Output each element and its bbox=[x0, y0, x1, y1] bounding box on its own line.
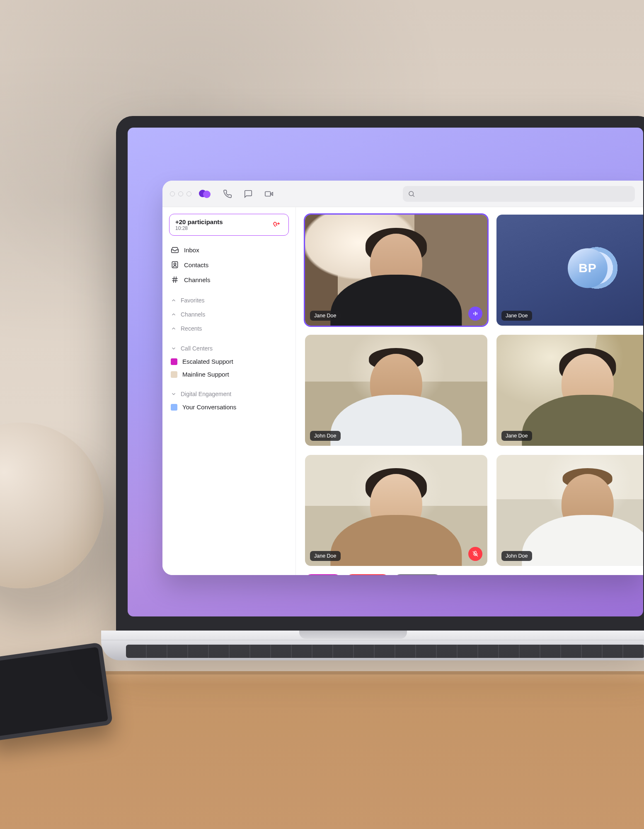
chevron-down-icon bbox=[171, 346, 177, 351]
video-tile[interactable]: John Doe bbox=[496, 455, 643, 566]
sidebar-item-label: Escalated Support bbox=[182, 358, 233, 365]
section-label: Call Centers bbox=[181, 345, 213, 352]
contacts-icon bbox=[171, 261, 179, 269]
svg-rect-10 bbox=[477, 312, 477, 314]
participant-name: Jane Doe bbox=[501, 311, 532, 321]
status-row: dialpad Recording Call Locked bbox=[305, 574, 643, 575]
phone-icon[interactable] bbox=[223, 189, 232, 198]
svg-rect-0 bbox=[265, 191, 271, 196]
video-tile[interactable]: John Doe bbox=[305, 335, 487, 446]
app-logo-icon bbox=[199, 190, 211, 198]
video-tile[interactable]: Jane Doe bbox=[496, 335, 643, 446]
section-digital-engagement[interactable]: Digital Engagement bbox=[169, 387, 289, 401]
video-grid: Jane Doe BP Jane Doe bbox=[305, 215, 643, 566]
inbox-icon bbox=[171, 246, 179, 254]
chevron-down-icon bbox=[171, 391, 177, 397]
sidebar-item-your-conversations[interactable]: Your Conversations bbox=[169, 401, 289, 413]
participant-name: Jane Doe bbox=[310, 551, 341, 561]
decor-sphere bbox=[0, 423, 104, 588]
svg-rect-9 bbox=[475, 312, 476, 315]
sidebar-item-contacts[interactable]: Contacts bbox=[169, 257, 289, 272]
avatar-initials: BP bbox=[568, 248, 608, 288]
speaking-indicator-icon bbox=[468, 307, 482, 321]
section-label: Favorites bbox=[181, 297, 205, 304]
sidebar-item-label: Channels bbox=[184, 276, 210, 283]
video-tile[interactable]: BP Jane Doe bbox=[496, 215, 643, 326]
recording-pill[interactable]: Recording bbox=[346, 574, 389, 575]
window-controls[interactable] bbox=[170, 191, 191, 196]
brand-pill[interactable]: dialpad bbox=[305, 574, 341, 575]
svg-line-6 bbox=[174, 277, 174, 283]
app-window: +20 participants 10:28 Inbox Contacts bbox=[162, 181, 643, 575]
svg-point-1 bbox=[409, 191, 414, 196]
svg-rect-8 bbox=[473, 313, 474, 314]
titlebar bbox=[162, 181, 643, 207]
traffic-max-icon[interactable] bbox=[186, 191, 191, 196]
section-channels[interactable]: Channels bbox=[169, 307, 289, 321]
section-label: Recents bbox=[181, 325, 202, 332]
active-call-card[interactable]: +20 participants 10:28 bbox=[169, 214, 289, 236]
participant-name: John Doe bbox=[310, 431, 341, 441]
sidebar-item-inbox[interactable]: Inbox bbox=[169, 242, 289, 257]
sidebar-item-label: Mainline Support bbox=[182, 371, 229, 378]
search-input[interactable] bbox=[403, 186, 635, 202]
video-tile[interactable]: Jane Doe bbox=[305, 455, 487, 566]
participant-name: Jane Doe bbox=[501, 431, 532, 441]
call-card-time: 10:28 bbox=[175, 225, 223, 231]
video-call-main: Jane Doe BP Jane Doe bbox=[296, 207, 643, 575]
section-label: Channels bbox=[181, 311, 205, 318]
call-card-title: +20 participants bbox=[175, 218, 223, 225]
laptop-mockup: +20 participants 10:28 Inbox Contacts bbox=[116, 116, 644, 660]
sidebar-item-label: Your Conversations bbox=[182, 404, 236, 411]
locked-pill[interactable]: Call Locked bbox=[394, 574, 441, 575]
traffic-min-icon[interactable] bbox=[178, 191, 183, 196]
mic-muted-icon bbox=[468, 547, 482, 561]
section-label: Digital Engagement bbox=[181, 391, 231, 397]
sidebar-item-mainline-support[interactable]: Mainline Support bbox=[169, 368, 289, 381]
chevron-up-icon bbox=[171, 326, 177, 331]
color-swatch bbox=[171, 358, 177, 365]
sidebar-item-label: Contacts bbox=[184, 261, 208, 268]
section-call-centers[interactable]: Call Centers bbox=[169, 341, 289, 355]
video-tile[interactable]: Jane Doe bbox=[305, 215, 487, 326]
section-favorites[interactable]: Favorites bbox=[169, 293, 289, 307]
chevron-up-icon bbox=[171, 312, 177, 317]
sidebar-item-escalated-support[interactable]: Escalated Support bbox=[169, 355, 289, 368]
hangup-icon[interactable] bbox=[273, 220, 283, 230]
sidebar-item-channels[interactable]: Channels bbox=[169, 272, 289, 287]
search-icon bbox=[408, 190, 415, 198]
participant-name: John Doe bbox=[501, 551, 532, 561]
section-recents[interactable]: Recents bbox=[169, 321, 289, 335]
sidebar-item-label: Inbox bbox=[184, 247, 199, 254]
svg-point-3 bbox=[174, 263, 176, 265]
traffic-close-icon[interactable] bbox=[170, 191, 175, 196]
video-icon[interactable] bbox=[264, 189, 274, 198]
participant-name: Jane Doe bbox=[310, 311, 341, 321]
chevron-up-icon bbox=[171, 297, 177, 303]
color-swatch bbox=[171, 404, 177, 411]
chat-icon[interactable] bbox=[244, 189, 253, 198]
svg-line-7 bbox=[176, 277, 177, 283]
hash-icon bbox=[171, 276, 179, 284]
sidebar: +20 participants 10:28 Inbox Contacts bbox=[162, 207, 296, 575]
color-swatch bbox=[171, 371, 177, 378]
